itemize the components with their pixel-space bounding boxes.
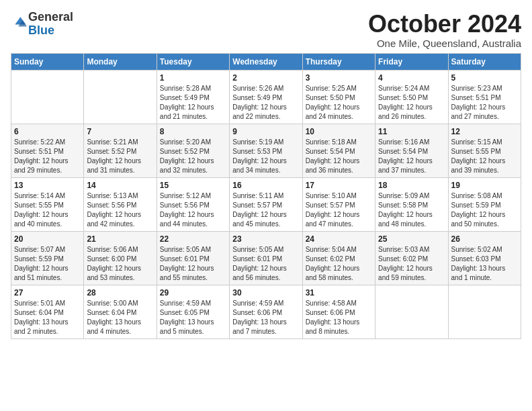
day-info: Sunrise: 5:02 AMSunset: 6:03 PMDaylight:… bbox=[451, 245, 518, 283]
calendar-cell: 29Sunrise: 4:59 AMSunset: 6:05 PMDayligh… bbox=[157, 285, 229, 338]
calendar-cell: 22Sunrise: 5:05 AMSunset: 6:01 PMDayligh… bbox=[157, 231, 229, 285]
day-number: 27 bbox=[14, 288, 81, 298]
daylight-text: Daylight: 12 hours and 47 minutes. bbox=[306, 211, 360, 228]
daylight-text: Daylight: 12 hours and 53 minutes. bbox=[87, 265, 141, 281]
weekday-header-friday: Friday bbox=[375, 53, 448, 70]
day-number: 29 bbox=[160, 288, 226, 298]
day-number: 13 bbox=[14, 181, 81, 190]
daylight-text: Daylight: 12 hours and 26 minutes. bbox=[378, 103, 433, 120]
sunrise-text: Sunrise: 5:28 AM bbox=[160, 85, 211, 92]
sunrise-text: Sunrise: 5:14 AM bbox=[14, 192, 65, 199]
calendar-cell: 10Sunrise: 5:18 AMSunset: 5:54 PMDayligh… bbox=[302, 124, 375, 177]
logo-blue: Blue bbox=[28, 24, 54, 37]
sunset-text: Sunset: 5:59 PM bbox=[451, 201, 501, 209]
day-info: Sunrise: 5:15 AMSunset: 5:55 PMDaylight:… bbox=[451, 138, 518, 175]
day-info: Sunrise: 5:04 AMSunset: 6:02 PMDaylight:… bbox=[306, 245, 372, 283]
day-info: Sunrise: 4:59 AMSunset: 6:05 PMDaylight:… bbox=[160, 299, 226, 336]
sunrise-text: Sunrise: 5:10 AM bbox=[306, 192, 357, 199]
calendar-cell: 24Sunrise: 5:04 AMSunset: 6:02 PMDayligh… bbox=[302, 231, 375, 285]
calendar-cell: 3Sunrise: 5:25 AMSunset: 5:50 PMDaylight… bbox=[302, 70, 375, 124]
weekday-header-wednesday: Wednesday bbox=[230, 53, 302, 70]
day-number: 12 bbox=[451, 127, 518, 136]
calendar-cell bbox=[448, 285, 521, 338]
daylight-text: Daylight: 12 hours and 45 minutes. bbox=[232, 211, 287, 228]
sunrise-text: Sunrise: 5:25 AM bbox=[306, 85, 357, 92]
sunrise-text: Sunrise: 5:15 AM bbox=[451, 138, 502, 146]
daylight-text: Daylight: 12 hours and 22 minutes. bbox=[232, 103, 287, 120]
sunset-text: Sunset: 5:50 PM bbox=[306, 94, 355, 101]
calendar-week-row: 6Sunrise: 5:22 AMSunset: 5:51 PMDaylight… bbox=[11, 124, 521, 177]
sunrise-text: Sunrise: 5:05 AM bbox=[232, 246, 283, 253]
calendar-cell: 6Sunrise: 5:22 AMSunset: 5:51 PMDaylight… bbox=[11, 124, 84, 177]
sunrise-text: Sunrise: 5:23 AM bbox=[451, 85, 502, 92]
calendar-cell: 20Sunrise: 5:07 AMSunset: 5:59 PMDayligh… bbox=[11, 231, 84, 285]
daylight-text: Daylight: 12 hours and 48 minutes. bbox=[378, 211, 433, 228]
sunset-text: Sunset: 6:05 PM bbox=[160, 309, 210, 316]
daylight-text: Daylight: 12 hours and 39 minutes. bbox=[451, 157, 506, 174]
sunset-text: Sunset: 5:56 PM bbox=[87, 201, 136, 209]
calendar-cell: 23Sunrise: 5:05 AMSunset: 6:01 PMDayligh… bbox=[230, 231, 302, 285]
day-info: Sunrise: 5:06 AMSunset: 6:00 PMDaylight:… bbox=[87, 245, 153, 283]
daylight-text: Daylight: 13 hours and 8 minutes. bbox=[306, 318, 360, 335]
calendar-cell: 26Sunrise: 5:02 AMSunset: 6:03 PMDayligh… bbox=[448, 231, 521, 285]
day-info: Sunrise: 5:05 AMSunset: 6:01 PMDaylight:… bbox=[160, 245, 226, 283]
calendar-cell: 19Sunrise: 5:08 AMSunset: 5:59 PMDayligh… bbox=[448, 177, 521, 231]
daylight-text: Daylight: 13 hours and 2 minutes. bbox=[14, 318, 69, 335]
calendar-cell: 7Sunrise: 5:21 AMSunset: 5:52 PMDaylight… bbox=[84, 124, 157, 177]
sunset-text: Sunset: 5:59 PM bbox=[14, 255, 64, 263]
weekday-header-monday: Monday bbox=[84, 53, 157, 70]
sunrise-text: Sunrise: 5:01 AM bbox=[14, 300, 65, 307]
day-number: 20 bbox=[14, 234, 81, 244]
sunset-text: Sunset: 5:52 PM bbox=[160, 148, 210, 155]
day-info: Sunrise: 5:26 AMSunset: 5:49 PMDaylight:… bbox=[232, 84, 299, 122]
daylight-text: Daylight: 12 hours and 31 minutes. bbox=[87, 157, 141, 174]
calendar-cell: 9Sunrise: 5:19 AMSunset: 5:53 PMDaylight… bbox=[230, 124, 302, 177]
sunset-text: Sunset: 5:55 PM bbox=[451, 148, 501, 155]
daylight-text: Daylight: 13 hours and 5 minutes. bbox=[160, 318, 214, 335]
sunrise-text: Sunrise: 4:58 AM bbox=[306, 300, 357, 307]
day-number: 2 bbox=[232, 73, 299, 83]
sunset-text: Sunset: 6:01 PM bbox=[160, 255, 210, 263]
calendar-cell bbox=[11, 70, 84, 124]
sunrise-text: Sunrise: 5:07 AM bbox=[14, 246, 65, 253]
calendar-header-row: SundayMondayTuesdayWednesdayThursdayFrid… bbox=[11, 53, 521, 70]
calendar-cell: 16Sunrise: 5:11 AMSunset: 5:57 PMDayligh… bbox=[230, 177, 302, 231]
day-number: 11 bbox=[378, 127, 445, 136]
day-info: Sunrise: 4:58 AMSunset: 6:06 PMDaylight:… bbox=[306, 299, 372, 336]
logo-text: General Blue bbox=[28, 11, 73, 38]
calendar-cell: 31Sunrise: 4:58 AMSunset: 6:06 PMDayligh… bbox=[302, 285, 375, 338]
day-info: Sunrise: 5:07 AMSunset: 5:59 PMDaylight:… bbox=[14, 245, 81, 283]
day-info: Sunrise: 5:13 AMSunset: 5:56 PMDaylight:… bbox=[87, 191, 153, 229]
calendar-week-row: 27Sunrise: 5:01 AMSunset: 6:04 PMDayligh… bbox=[11, 285, 521, 338]
daylight-text: Daylight: 12 hours and 59 minutes. bbox=[378, 265, 433, 281]
daylight-text: Daylight: 12 hours and 32 minutes. bbox=[160, 157, 214, 174]
day-info: Sunrise: 5:28 AMSunset: 5:49 PMDaylight:… bbox=[160, 84, 226, 122]
sunrise-text: Sunrise: 5:12 AM bbox=[160, 192, 211, 199]
calendar-cell: 12Sunrise: 5:15 AMSunset: 5:55 PMDayligh… bbox=[448, 124, 521, 177]
calendar-week-row: 13Sunrise: 5:14 AMSunset: 5:55 PMDayligh… bbox=[11, 177, 521, 231]
daylight-text: Daylight: 12 hours and 29 minutes. bbox=[14, 157, 69, 174]
day-info: Sunrise: 4:59 AMSunset: 6:06 PMDaylight:… bbox=[232, 299, 299, 336]
calendar-cell bbox=[375, 285, 448, 338]
calendar-cell: 30Sunrise: 4:59 AMSunset: 6:06 PMDayligh… bbox=[230, 285, 302, 338]
daylight-text: Daylight: 13 hours and 1 minute. bbox=[451, 265, 506, 281]
calendar-cell bbox=[84, 70, 157, 124]
day-number: 30 bbox=[232, 288, 299, 298]
day-info: Sunrise: 5:00 AMSunset: 6:04 PMDaylight:… bbox=[87, 299, 153, 336]
calendar-cell: 5Sunrise: 5:23 AMSunset: 5:51 PMDaylight… bbox=[448, 70, 521, 124]
sunset-text: Sunset: 6:03 PM bbox=[451, 255, 501, 263]
daylight-text: Daylight: 12 hours and 56 minutes. bbox=[232, 265, 287, 281]
day-number: 7 bbox=[87, 127, 153, 136]
day-number: 4 bbox=[378, 73, 445, 83]
day-number: 22 bbox=[160, 234, 226, 244]
sunrise-text: Sunrise: 5:08 AM bbox=[451, 192, 502, 199]
sunrise-text: Sunrise: 5:00 AM bbox=[87, 300, 138, 307]
calendar-cell: 13Sunrise: 5:14 AMSunset: 5:55 PMDayligh… bbox=[11, 177, 84, 231]
day-info: Sunrise: 5:19 AMSunset: 5:53 PMDaylight:… bbox=[232, 138, 299, 175]
day-info: Sunrise: 5:01 AMSunset: 6:04 PMDaylight:… bbox=[14, 299, 81, 336]
logo-general: General bbox=[28, 10, 73, 24]
logo-icon bbox=[11, 15, 27, 31]
day-number: 17 bbox=[306, 181, 372, 190]
day-number: 10 bbox=[306, 127, 372, 136]
daylight-text: Daylight: 12 hours and 34 minutes. bbox=[232, 157, 287, 174]
